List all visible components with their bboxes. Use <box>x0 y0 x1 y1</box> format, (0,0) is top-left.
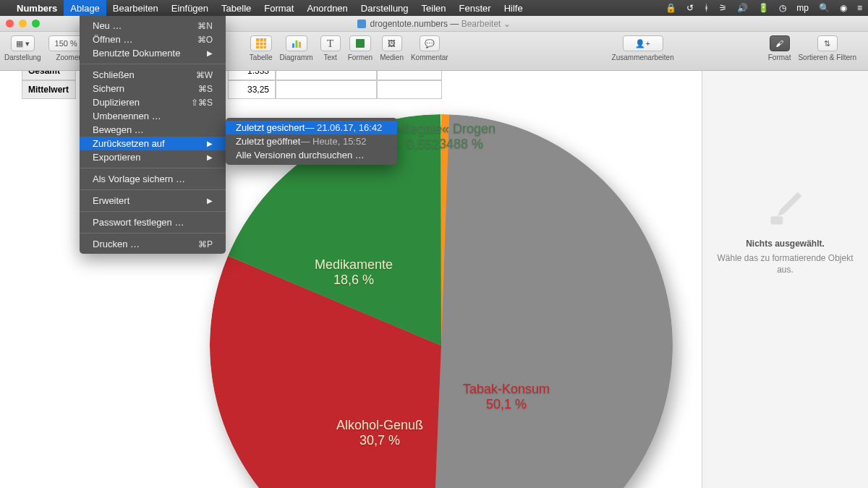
pie-chart[interactable] <box>210 114 673 488</box>
sortfilter-label: Sortieren & Filtern <box>798 53 856 61</box>
document-icon <box>357 20 366 28</box>
revert-submenu: Zuletzt gesichert — 21.06.17, 16:42Zulet… <box>226 118 397 165</box>
table-label: Tabelle <box>250 53 273 61</box>
insert-shape-button[interactable] <box>349 35 371 51</box>
pie-slice-label: Alkohol-Genuß30,7 % <box>336 418 423 448</box>
menu-item[interactable]: Umbenennen … <box>80 109 226 123</box>
svg-rect-0 <box>256 38 266 48</box>
insert-comment-button[interactable]: 💬 <box>420 35 440 51</box>
zoom-label: Zoomen <box>56 53 82 61</box>
svg-rect-5 <box>292 43 294 48</box>
siri-icon[interactable]: ◉ <box>840 3 847 13</box>
menubar-status: 🔒 ↺ ᚼ ⚞ 🔊 🔋 ◷ mp 🔍 ◉ ≡ <box>665 3 862 13</box>
timemachine-icon[interactable]: ↺ <box>686 3 694 13</box>
menu-fenster[interactable]: Fenster <box>453 0 498 16</box>
close-button[interactable] <box>6 20 14 27</box>
menu-item[interactable]: Neu …⌘N <box>80 19 226 33</box>
empty-cell[interactable] <box>276 71 377 80</box>
traffic-lights <box>6 20 40 27</box>
sort-filter-button[interactable]: ⇅ <box>817 35 838 51</box>
side-title: Nichts ausgewählt. <box>746 239 825 249</box>
pie-slice-label: »illegale« Drogen0,5523488 % <box>394 121 495 151</box>
title-chevron-icon[interactable]: ⌄ <box>503 19 511 29</box>
format-side-panel: Nichts ausgewählt. Wähle das zu formatie… <box>702 71 868 488</box>
app-name[interactable]: Numbers <box>10 0 64 16</box>
view-label: Darstellung <box>4 53 41 61</box>
format-label: Format <box>768 53 791 61</box>
menu-anordnen[interactable]: Anordnen <box>300 0 354 16</box>
bluetooth-icon[interactable]: ᚼ <box>704 3 709 13</box>
wifi-icon[interactable]: ⚞ <box>719 3 727 13</box>
document-title[interactable]: drogentote.numbers <box>370 19 448 29</box>
menu-item[interactable]: Passwort festlegen … <box>80 215 226 229</box>
clock-icon[interactable]: ◷ <box>779 3 786 13</box>
menu-hilfe[interactable]: Hilfe <box>498 0 529 16</box>
submenu-item[interactable]: Zuletzt geöffnet — Heute, 15:52 <box>226 134 397 148</box>
menu-item[interactable]: Sichern⌘S <box>80 82 226 95</box>
menu-item[interactable]: Zurücksetzen auf▶ <box>80 137 226 150</box>
comment-label: Kommentar <box>411 53 448 61</box>
empty-cell[interactable] <box>377 80 442 99</box>
ablage-menu: Neu …⌘NÖffnen …⌘OBenutzte Dokumente▶Schl… <box>80 16 226 254</box>
pie-svg <box>210 114 673 488</box>
pie-slice[interactable] <box>432 114 673 488</box>
insert-text-button[interactable]: T <box>320 35 341 51</box>
brush-icon <box>764 187 807 230</box>
menu-item[interactable]: Benutzte Dokumente▶ <box>80 46 226 60</box>
submenu-item[interactable]: Alle Versionen durchsuchen … <box>226 148 397 162</box>
collab-label: Zusammenarbeiten <box>612 53 674 61</box>
lock-icon[interactable]: 🔒 <box>665 3 676 13</box>
minimize-button[interactable] <box>19 20 27 27</box>
svg-rect-7 <box>299 42 301 48</box>
row-value[interactable]: 33,25 <box>228 80 276 99</box>
notification-icon[interactable]: ≡ <box>857 3 862 13</box>
volume-icon[interactable]: 🔊 <box>737 3 748 13</box>
menu-item[interactable]: Duplizieren⇧⌘S <box>80 95 226 109</box>
insert-table-button[interactable] <box>250 35 272 51</box>
row-label: Gesamt <box>22 71 76 80</box>
text-label: Text <box>324 53 337 61</box>
menu-item[interactable]: Als Vorlage sichern … <box>80 172 226 186</box>
battery-icon[interactable]: 🔋 <box>758 3 769 13</box>
document-modified: Bearbeitet <box>461 19 501 29</box>
svg-rect-8 <box>356 39 365 48</box>
menu-einfuegen[interactable]: Einfügen <box>165 0 215 16</box>
menu-item[interactable]: Bewegen … <box>80 123 226 137</box>
menu-ablage[interactable]: Ablage <box>64 0 106 16</box>
menu-item[interactable]: Drucken …⌘P <box>80 237 226 251</box>
mac-menubar: Numbers Ablage Bearbeiten Einfügen Tabel… <box>0 0 868 16</box>
view-button[interactable]: ▦ ▾ <box>11 35 35 51</box>
format-panel-button[interactable]: 🖌 <box>770 35 790 51</box>
shape-label: Formen <box>348 53 373 61</box>
user-label[interactable]: mp <box>796 3 809 13</box>
submenu-item[interactable]: Zuletzt gesichert — 21.06.17, 16:42 <box>226 121 397 134</box>
menu-darstellung[interactable]: Darstellung <box>354 0 415 16</box>
empty-cell[interactable] <box>276 80 377 99</box>
menu-item[interactable]: Schließen⌘W <box>80 68 226 82</box>
row-label: Mittelwert <box>22 80 76 99</box>
menu-tabelle[interactable]: Tabelle <box>215 0 258 16</box>
menu-item[interactable]: Exportieren▶ <box>80 150 226 164</box>
menu-format[interactable]: Format <box>258 0 300 16</box>
pie-slice-label: Tabak-Konsum50,1 % <box>463 382 550 411</box>
svg-rect-6 <box>295 40 297 48</box>
insert-media-button[interactable]: 🖼 <box>382 35 402 51</box>
collaborate-button[interactable]: 👤+ <box>623 35 663 51</box>
menu-item[interactable]: Öffnen …⌘O <box>80 33 226 46</box>
pie-slice-label: Medikamente18,6 % <box>315 257 393 287</box>
insert-chart-button[interactable] <box>286 35 307 51</box>
row-value[interactable]: 1.333 <box>228 71 276 80</box>
svg-rect-9 <box>770 216 783 224</box>
media-label: Medien <box>380 53 404 61</box>
menu-teilen[interactable]: Teilen <box>415 0 453 16</box>
side-subtitle: Wähle das zu formatierende Objekt aus. <box>702 253 868 275</box>
menu-bearbeiten[interactable]: Bearbeiten <box>106 0 165 16</box>
spotlight-icon[interactable]: 🔍 <box>819 3 830 13</box>
fullscreen-button[interactable] <box>32 20 40 27</box>
empty-cell[interactable] <box>377 71 442 80</box>
menu-item[interactable]: Erweitert▶ <box>80 194 226 207</box>
chart-label: Diagramm <box>280 53 313 61</box>
